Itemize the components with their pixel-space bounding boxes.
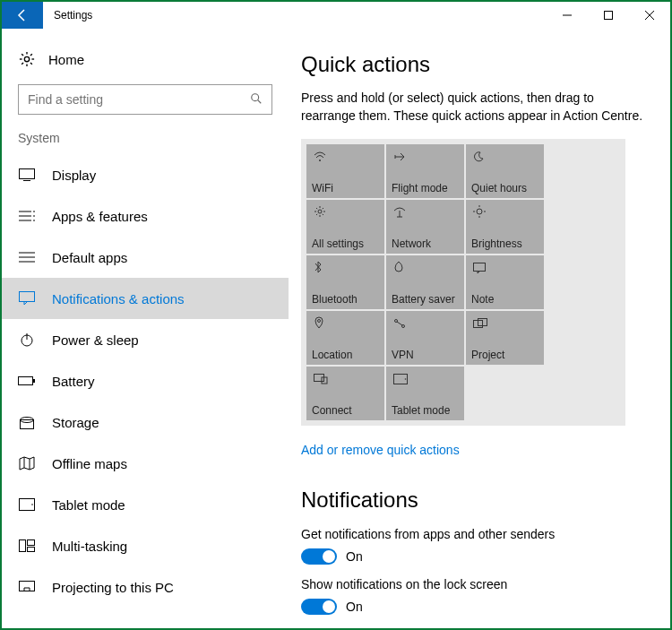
tile-vpn[interactable]: VPN xyxy=(386,311,464,365)
sidebar-item-storage[interactable]: Storage xyxy=(2,401,289,443)
apps-icon xyxy=(18,210,36,222)
tile-label: Network xyxy=(392,237,461,250)
svg-point-4 xyxy=(24,56,29,61)
svg-rect-40 xyxy=(20,582,35,591)
sidebar-item-label: Battery xyxy=(52,374,95,389)
tile-battery-saver[interactable]: Battery saver xyxy=(386,255,464,309)
tablet-mode-icon xyxy=(393,372,408,388)
tile-bluetooth[interactable]: Bluetooth xyxy=(306,255,384,309)
tile-brightness[interactable]: Brightness xyxy=(466,200,544,254)
svg-rect-37 xyxy=(20,540,26,552)
svg-rect-29 xyxy=(19,377,33,385)
svg-rect-39 xyxy=(28,548,35,552)
svg-point-42 xyxy=(318,210,322,213)
vpn-icon xyxy=(393,316,406,332)
tile-label: Battery saver xyxy=(392,293,461,306)
tile-label: WiFi xyxy=(312,182,381,194)
sidebar-item-display[interactable]: Display xyxy=(2,154,289,195)
svg-line-14 xyxy=(258,99,262,103)
sidebar-item-tablet-mode[interactable]: Tablet mode xyxy=(2,484,289,525)
tile-project[interactable]: Project xyxy=(466,311,544,365)
battery-icon xyxy=(18,375,36,386)
multitasking-icon xyxy=(18,539,36,552)
toggle-notifications-apps[interactable] xyxy=(301,548,337,565)
svg-line-9 xyxy=(22,54,23,56)
svg-line-62 xyxy=(397,322,402,325)
gear-icon xyxy=(18,50,36,68)
tile-label: Note xyxy=(471,293,540,306)
notifications-icon xyxy=(18,291,36,306)
sidebar-item-multitasking[interactable]: Multi-tasking xyxy=(2,525,289,566)
svg-rect-38 xyxy=(28,540,35,546)
quick-actions-grid: WiFi Flight mode Quiet hours All setting… xyxy=(301,139,625,426)
tile-wifi[interactable]: WiFi xyxy=(306,144,384,198)
tile-note[interactable]: Note xyxy=(466,255,544,309)
battery-saver-icon xyxy=(393,261,404,277)
airplane-icon xyxy=(393,150,406,166)
location-icon xyxy=(314,316,324,332)
tile-all-settings[interactable]: All settings xyxy=(306,200,384,254)
tile-connect[interactable]: Connect xyxy=(306,367,384,420)
svg-line-49 xyxy=(323,208,323,209)
network-icon xyxy=(393,205,406,221)
note-icon xyxy=(473,261,486,277)
sidebar-item-label: Display xyxy=(52,168,96,183)
svg-line-47 xyxy=(316,208,317,209)
tile-tablet-mode[interactable]: Tablet mode xyxy=(386,367,464,420)
svg-rect-1 xyxy=(605,12,613,20)
bluetooth-icon xyxy=(314,261,323,277)
search-icon xyxy=(250,92,263,108)
default-apps-icon xyxy=(18,251,36,263)
sidebar-item-power[interactable]: Power & sleep xyxy=(2,319,289,360)
tile-quiet-hours[interactable]: Quiet hours xyxy=(466,144,544,198)
svg-point-53 xyxy=(477,209,482,214)
setting-label: Show alarms, reminders and incoming VoIP… xyxy=(301,627,652,628)
quick-actions-heading: Quick actions xyxy=(301,52,652,77)
section-title: System xyxy=(2,131,289,154)
setting-label: Get notifications from apps and other se… xyxy=(301,527,652,541)
sidebar-item-projecting[interactable]: Projecting to this PC xyxy=(2,566,289,608)
wifi-icon xyxy=(314,150,326,166)
sidebar-item-label: Projecting to this PC xyxy=(52,580,174,595)
tile-label: Flight mode xyxy=(392,182,461,194)
close-button[interactable] xyxy=(629,2,670,29)
connect-icon xyxy=(314,372,328,388)
power-icon xyxy=(18,332,36,347)
sidebar-item-maps[interactable]: Offline maps xyxy=(2,443,289,484)
sidebar-item-apps[interactable]: Apps & features xyxy=(2,195,289,237)
back-button[interactable] xyxy=(2,2,43,29)
svg-point-36 xyxy=(31,504,33,505)
svg-point-41 xyxy=(319,160,321,161)
setting-label: Show notifications on the lock screen xyxy=(301,577,652,591)
tile-network[interactable]: Network xyxy=(386,200,464,254)
sidebar-item-label: Storage xyxy=(52,415,99,430)
minimize-button[interactable] xyxy=(547,2,588,29)
quick-actions-desc: Press and hold (or select) quick actions… xyxy=(301,90,650,125)
tile-label: Location xyxy=(312,349,381,361)
tile-label: Bluetooth xyxy=(312,293,381,306)
sidebar-item-battery[interactable]: Battery xyxy=(2,360,289,401)
tile-label: Tablet mode xyxy=(392,404,461,417)
moon-icon xyxy=(473,150,484,166)
search-box[interactable] xyxy=(18,84,272,115)
projecting-icon xyxy=(18,581,36,593)
add-remove-link[interactable]: Add or remove quick actions xyxy=(301,443,460,457)
toggle-state: On xyxy=(346,549,363,564)
sidebar-item-notifications[interactable]: Notifications & actions xyxy=(2,278,289,319)
sidebar-item-label: Multi-tasking xyxy=(52,539,127,554)
maximize-button[interactable] xyxy=(588,2,629,29)
home-button[interactable]: Home xyxy=(2,50,289,84)
tablet-icon xyxy=(18,498,36,511)
sidebar-item-default-apps[interactable]: Default apps xyxy=(2,237,289,278)
titlebar: Settings xyxy=(2,2,670,29)
tile-label: Project xyxy=(471,349,540,361)
tile-flight-mode[interactable]: Flight mode xyxy=(386,144,464,198)
home-label: Home xyxy=(48,52,84,67)
svg-point-13 xyxy=(252,93,259,100)
tile-location[interactable]: Location xyxy=(306,311,384,365)
toggle-notifications-lock[interactable] xyxy=(301,599,337,615)
search-input[interactable] xyxy=(28,92,250,107)
tile-label: Connect xyxy=(312,404,381,417)
svg-rect-26 xyxy=(20,292,35,302)
toggle-state: On xyxy=(346,600,363,614)
